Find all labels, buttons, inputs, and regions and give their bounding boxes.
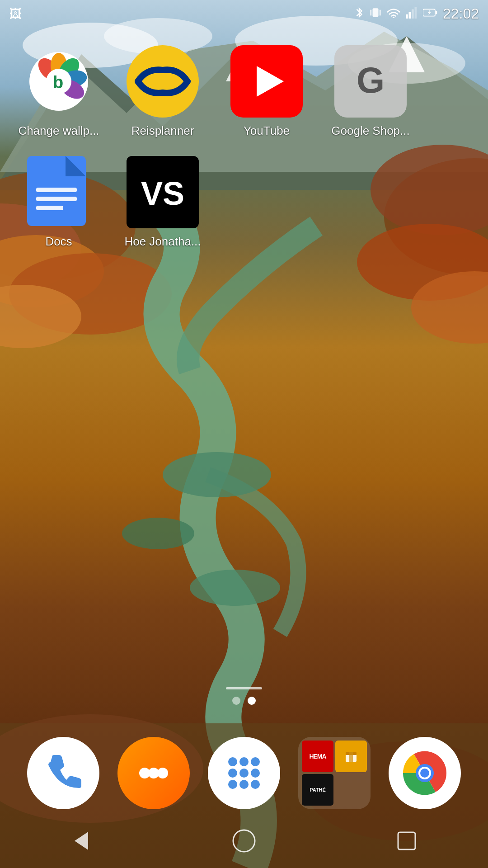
svg-rect-51 — [36, 197, 77, 201]
svg-point-59 — [239, 757, 249, 766]
page-indicators — [226, 687, 262, 705]
svg-point-73 — [420, 769, 429, 778]
folder-mini-box — [335, 741, 367, 772]
signal-icon — [406, 7, 418, 20]
svg-rect-25 — [372, 8, 378, 17]
battery-icon — [423, 8, 437, 19]
svg-point-64 — [228, 780, 237, 789]
app-change-wallpaper-label: Change wallp... — [18, 124, 99, 138]
nav-home-button[interactable] — [226, 823, 262, 859]
app-row-1: b Change wallp... Reisplanner — [14, 45, 474, 138]
svg-rect-76 — [398, 832, 415, 849]
svg-rect-50 — [36, 188, 77, 192]
svg-rect-31 — [412, 9, 414, 19]
app-hoe-jonathan[interactable]: VS Hoe Jonatha... — [117, 156, 208, 249]
app-row-2: Docs VS Hoe Jonatha... — [14, 156, 474, 249]
page-scroll-indicator — [226, 687, 262, 689]
app-reisplanner[interactable]: Reisplanner — [117, 45, 208, 138]
nav-back-button[interactable] — [63, 823, 99, 859]
wifi-icon — [387, 7, 400, 20]
app-reisplanner-label: Reisplanner — [131, 124, 194, 138]
app-google-shop[interactable]: G Google Shop... — [325, 45, 416, 138]
svg-point-61 — [228, 769, 237, 778]
app-youtube-label: YouTube — [244, 124, 290, 138]
app-docs[interactable]: Docs — [14, 156, 104, 249]
svg-marker-74 — [75, 832, 88, 850]
folder-mini-hema: HEMA — [302, 741, 333, 772]
bluetooth-icon — [354, 6, 364, 21]
svg-rect-52 — [36, 206, 63, 210]
screenshot-icon: 🖼 — [9, 6, 22, 21]
svg-point-19 — [163, 452, 271, 497]
svg-rect-30 — [408, 12, 411, 19]
page-dots — [232, 697, 256, 705]
app-hoe-jonathan-label: Hoe Jonatha... — [124, 235, 201, 249]
nav-recents-button[interactable] — [389, 823, 425, 859]
svg-text:G: G — [357, 60, 385, 100]
page-dot-1[interactable] — [232, 697, 240, 705]
dock-chrome[interactable] — [389, 737, 461, 809]
dock: HEMA PATHÉ — [0, 737, 488, 809]
svg-rect-32 — [414, 7, 417, 19]
time-display: 22:02 — [443, 5, 479, 22]
svg-rect-34 — [436, 11, 437, 14]
dock-phone[interactable] — [27, 737, 99, 809]
svg-text:VS: VS — [141, 175, 184, 212]
svg-point-60 — [251, 757, 260, 766]
svg-point-58 — [228, 757, 237, 766]
svg-point-57 — [157, 768, 168, 778]
dock-folder[interactable]: HEMA PATHÉ — [298, 737, 371, 809]
app-docs-label: Docs — [45, 235, 72, 249]
nav-bar — [0, 814, 488, 868]
status-bar: 🖼 — [0, 0, 488, 27]
svg-rect-27 — [380, 10, 380, 16]
dock-messages[interactable] — [117, 737, 190, 809]
vibrate-icon — [370, 6, 381, 21]
folder-mini-pathe: PATHÉ — [302, 774, 333, 806]
svg-text:b: b — [53, 73, 63, 92]
status-bar-right: 22:02 — [354, 5, 479, 22]
svg-rect-26 — [371, 10, 371, 16]
svg-point-20 — [190, 570, 280, 606]
svg-rect-29 — [406, 14, 408, 19]
svg-point-62 — [239, 769, 249, 778]
app-change-wallpaper[interactable]: b Change wallp... — [14, 45, 104, 138]
svg-point-66 — [251, 780, 260, 789]
app-youtube[interactable]: YouTube — [221, 45, 312, 138]
svg-point-21 — [122, 518, 194, 549]
status-bar-left: 🖼 — [9, 6, 22, 21]
svg-point-75 — [233, 830, 255, 852]
svg-point-63 — [251, 769, 260, 778]
folder-mini-empty — [335, 774, 367, 806]
app-grid: b Change wallp... Reisplanner — [0, 36, 488, 276]
svg-rect-69 — [349, 752, 353, 762]
svg-point-65 — [239, 780, 249, 789]
page-dot-2[interactable] — [248, 697, 256, 705]
dock-app-drawer[interactable] — [208, 737, 280, 809]
svg-point-28 — [393, 17, 394, 18]
app-google-shop-label: Google Shop... — [331, 124, 409, 138]
